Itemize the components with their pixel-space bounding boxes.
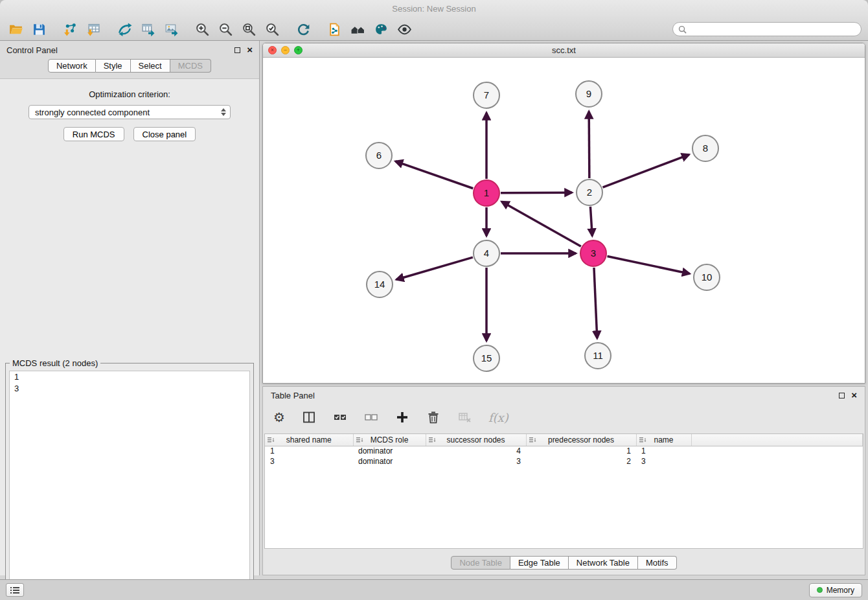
zoom-out-icon[interactable] — [216, 20, 234, 38]
column-header-predecessor-nodes[interactable]: predecessor nodes — [526, 434, 636, 446]
cell-name[interactable]: 3 — [636, 456, 691, 467]
edge-3-11[interactable] — [594, 268, 597, 338]
dropdown-value: strongly connected component — [35, 108, 150, 117]
export-table-icon[interactable] — [139, 20, 157, 38]
svg-text:9: 9 — [586, 88, 591, 99]
cell-successor-nodes[interactable]: 3 — [426, 456, 526, 467]
edge-4-14[interactable] — [396, 257, 473, 279]
table-panel: Table Panel × ⚙ — [262, 386, 865, 575]
zoom-fit-icon[interactable] — [240, 20, 258, 38]
zoom-in-icon[interactable] — [193, 20, 211, 38]
titlebar[interactable]: Session: New Session — [0, 0, 868, 17]
tab-motifs[interactable]: Motifs — [638, 556, 677, 570]
control-panel-close-icon[interactable]: × — [247, 47, 253, 53]
delete-column-trash-icon[interactable] — [426, 410, 440, 424]
node-10[interactable]: 10 — [694, 264, 720, 290]
node-6[interactable]: 6 — [366, 143, 392, 168]
network-view-window: × − + scc.txt 7968124314101511 — [262, 43, 865, 384]
edge-2-8[interactable] — [603, 155, 689, 188]
import-table-icon[interactable] — [84, 20, 102, 38]
sort-icon — [529, 437, 536, 446]
network-overview-icon[interactable] — [325, 20, 343, 38]
tab-select[interactable]: Select — [131, 59, 170, 73]
open-session-icon[interactable] — [6, 20, 25, 38]
status-bar: Memory — [0, 579, 868, 600]
table-tabs: Node Table Edge Table Network Table Moti… — [451, 556, 676, 570]
node-8[interactable]: 8 — [692, 135, 718, 161]
close-window-icon[interactable]: × — [268, 46, 277, 54]
column-header-shared-name[interactable]: shared name — [265, 434, 353, 446]
sort-icon — [268, 437, 275, 446]
apply-style-icon[interactable] — [372, 20, 390, 38]
node-9[interactable]: 9 — [576, 81, 602, 107]
edge-3-1[interactable] — [502, 202, 581, 246]
tab-mcds[interactable]: MCDS — [170, 59, 211, 73]
close-panel-button[interactable]: Close panel — [133, 127, 196, 141]
tab-edge-table[interactable]: Edge Table — [510, 556, 569, 570]
network-canvas[interactable]: 7968124314101511 — [263, 58, 865, 383]
network-graph[interactable]: 7968124314101511 — [263, 58, 865, 383]
refresh-view-icon[interactable] — [294, 20, 312, 38]
tab-network-table[interactable]: Network Table — [569, 556, 638, 570]
show-log-console-button[interactable] — [6, 583, 24, 597]
node-table: shared name MCDS role successor nodes — [264, 433, 863, 549]
sort-icon — [639, 437, 646, 446]
cell-predecessor-nodes[interactable]: 2 — [526, 456, 636, 467]
tab-network[interactable]: Network — [48, 59, 96, 73]
node-7[interactable]: 7 — [474, 82, 499, 108]
run-mcds-button[interactable]: Run MCDS — [63, 127, 124, 141]
node-11[interactable]: 11 — [585, 343, 611, 369]
edge-2-3[interactable] — [590, 207, 592, 236]
optimization-criterion-dropdown[interactable]: strongly connected component — [29, 105, 231, 119]
cell-name[interactable]: 1 — [636, 446, 691, 456]
control-panel-maximize-icon[interactable] — [234, 47, 240, 53]
first-neighbors-icon[interactable] — [348, 20, 367, 38]
table-row[interactable]: 1 dominator 4 1 1 — [265, 446, 863, 456]
export-image-icon[interactable] — [162, 20, 180, 38]
save-session-icon[interactable] — [30, 20, 48, 38]
show-column-icon[interactable] — [302, 410, 316, 424]
create-column-plus-icon[interactable] — [395, 410, 409, 424]
column-header-name[interactable]: name — [636, 434, 691, 446]
table-panel-close-icon[interactable]: × — [851, 392, 857, 398]
search-input[interactable] — [690, 25, 856, 34]
cell-shared-name[interactable]: 1 — [265, 446, 353, 456]
memory-button[interactable]: Memory — [809, 583, 862, 597]
zoom-window-icon[interactable]: + — [294, 46, 303, 54]
cell-mcds-role[interactable]: dominator — [353, 456, 426, 467]
minimize-window-icon[interactable]: − — [281, 46, 290, 54]
tab-node-table[interactable]: Node Table — [451, 556, 510, 570]
table-row[interactable]: 3 dominator 3 2 3 — [265, 456, 863, 467]
edge-2-9[interactable] — [589, 111, 589, 178]
node-2[interactable]: 2 — [577, 179, 602, 205]
optimization-criterion-label: Optimization criterion: — [0, 89, 259, 99]
node-4[interactable]: 4 — [474, 240, 499, 266]
cell-predecessor-nodes[interactable]: 1 — [526, 446, 636, 456]
cell-mcds-role[interactable]: dominator — [353, 446, 426, 456]
node-15[interactable]: 15 — [474, 345, 499, 371]
node-14[interactable]: 14 — [367, 271, 393, 297]
cell-shared-name[interactable]: 3 — [265, 456, 353, 467]
network-window-titlebar[interactable]: × − + scc.txt — [263, 43, 865, 58]
mcds-result-box[interactable]: 1 3 — [9, 371, 250, 594]
show-hide-graphics-icon[interactable] — [395, 20, 413, 38]
svg-text:6: 6 — [376, 150, 382, 161]
zoom-selected-icon[interactable] — [263, 20, 281, 38]
import-network-icon[interactable] — [61, 20, 79, 38]
column-header-mcds-role[interactable]: MCDS role — [353, 434, 426, 446]
search-field[interactable] — [672, 22, 862, 36]
node-3[interactable]: 3 — [580, 240, 606, 266]
cell-successor-nodes[interactable]: 4 — [426, 446, 526, 456]
select-all-columns-icon[interactable] — [333, 410, 347, 424]
edge-1-6[interactable] — [395, 161, 473, 189]
table-panel-maximize-icon[interactable] — [839, 393, 845, 398]
new-network-icon[interactable] — [115, 20, 133, 38]
node-1[interactable]: 1 — [474, 180, 499, 206]
edge-1-2[interactable] — [501, 192, 572, 193]
unselect-all-columns-icon[interactable] — [364, 410, 378, 424]
edge-3-10[interactable] — [608, 257, 690, 274]
tab-style[interactable]: Style — [96, 59, 131, 73]
svg-text:10: 10 — [702, 271, 713, 283]
column-header-successor-nodes[interactable]: successor nodes — [426, 434, 526, 446]
table-settings-gear-icon[interactable]: ⚙ — [273, 411, 285, 424]
